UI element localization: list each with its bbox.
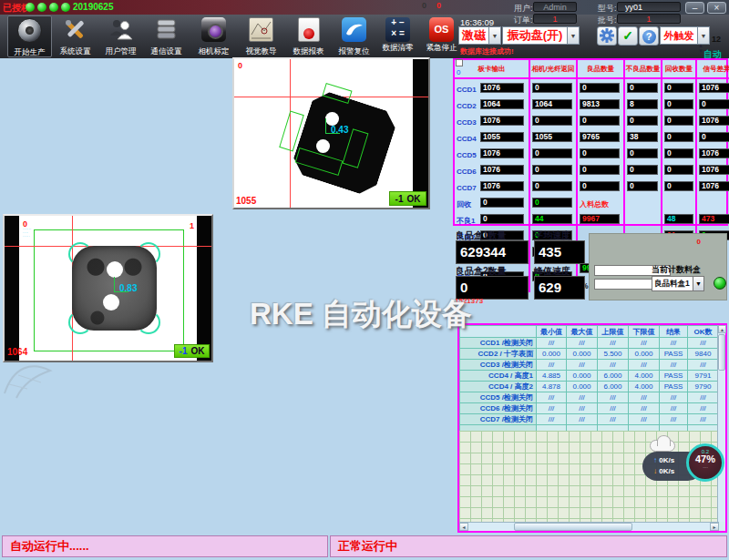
result-cell: 6.000: [598, 382, 629, 392]
table-row: CCD7107600001076: [455, 178, 729, 194]
camera2-black-bar: [197, 216, 211, 361]
scroll-left-icon[interactable]: ◄: [459, 523, 468, 531]
table-row: 不良1044996748473: [455, 210, 729, 227]
result-cell: ///: [660, 414, 688, 425]
current-box-dropdown[interactable]: 良品料盒1 ▼: [652, 276, 704, 291]
stats-cell: 38: [624, 128, 662, 145]
vibration-bowl-dropdown[interactable]: 振动盘(开) ▼: [502, 26, 580, 45]
batch-field[interactable]: 1: [617, 14, 681, 24]
stats-cell: 0: [529, 112, 577, 128]
value-box: 9765: [580, 132, 620, 142]
results-header-row: 最小值 最大值 上限值 下限值 结果 OK数: [460, 326, 719, 338]
row-label: 回收: [457, 199, 480, 209]
value-box: 1064: [480, 99, 524, 109]
column-header: 相机/光纤返回: [529, 60, 577, 78]
status-dot-icon: [26, 3, 35, 12]
confirm-check-button[interactable]: ✓: [618, 26, 638, 46]
value-box: 0: [532, 83, 572, 93]
row-label: CCD4: [457, 135, 480, 143]
usage-gauge[interactable]: 0.2 47% ∙∙∙∙: [686, 443, 724, 482]
result-cell: 5.500: [598, 349, 629, 360]
stats-cell: 44: [529, 210, 577, 227]
contour-line: [68, 311, 92, 334]
result-cell: ///: [629, 360, 660, 371]
stats-cell: 1055: [529, 128, 577, 145]
value-box: 1076: [699, 116, 729, 126]
scrollbar-thumb[interactable]: [718, 334, 725, 371]
toolbar-system-settings[interactable]: 系统设置: [53, 15, 98, 57]
toolbar-alarm-reset[interactable]: 报警复位: [332, 15, 376, 57]
toolbar-vision-teach[interactable]: 视觉教导: [239, 15, 283, 57]
stats-cell: 0: [696, 96, 729, 112]
result-cell: 4.878: [537, 382, 567, 392]
ext-trigger-dropdown[interactable]: 外触发 ▼: [660, 26, 710, 45]
scrollbar-thumb[interactable]: [514, 523, 632, 531]
toolbar-emergency-stop[interactable]: OS 紧急停止: [419, 15, 464, 57]
stats-cell: 0: [577, 161, 624, 178]
result-cell: 0.000: [629, 349, 660, 360]
value-box: 0: [580, 165, 620, 175]
value-box: 1076: [480, 116, 524, 126]
result-cell: ///: [629, 392, 660, 403]
result-cell: ///: [567, 403, 598, 414]
stats-checkbox[interactable]: [456, 59, 463, 66]
value-box: 0: [532, 181, 572, 191]
value-box: 1076: [699, 83, 729, 93]
stats-cell: 入料总数: [577, 194, 624, 210]
result-cell: ///: [537, 360, 567, 371]
result-cell: 0.000: [567, 349, 598, 360]
column-header: OK数: [688, 326, 719, 338]
table-row: CCD1 /检测关闭//////////////////: [460, 338, 719, 349]
column-header: 上限值: [598, 326, 629, 338]
chevron-down-icon[interactable]: ▼: [698, 26, 710, 45]
contour-line: [68, 242, 92, 266]
toolbar-start-production[interactable]: 开始生产: [7, 15, 52, 57]
result-cell: ///: [598, 414, 629, 425]
chevron-down-icon[interactable]: ▼: [693, 276, 704, 291]
value-box: 9813: [580, 99, 620, 109]
toolbar-data-report[interactable]: 数据报表: [286, 15, 331, 57]
stats-cell: 9967: [577, 210, 624, 227]
db-status-message: 数据库连接成功!: [460, 46, 514, 56]
chevron-down-icon[interactable]: ▼: [489, 26, 501, 45]
horizontal-scrollbar[interactable]: ◄ ►: [459, 522, 719, 531]
model-field[interactable]: yy01: [617, 2, 681, 12]
result-cell: ///: [688, 338, 719, 349]
demagnetize-dropdown[interactable]: 激磁 ▼: [458, 26, 501, 45]
user-field[interactable]: Admin: [533, 2, 577, 12]
minimize-button[interactable]: –: [685, 2, 704, 14]
toolbar-camera-calibration[interactable]: 相机标定: [191, 15, 236, 57]
part-hole: [103, 294, 119, 311]
help-button[interactable]: ?: [639, 26, 659, 46]
toolbar-comm-settings[interactable]: 通信设置: [144, 15, 189, 57]
settings-gear-button[interactable]: [597, 26, 617, 46]
row-label: CCD3 /检测关闭: [460, 360, 537, 371]
status-right: 正常运行中: [330, 535, 727, 557]
value-box: 0: [627, 165, 658, 175]
value-box: 0: [580, 83, 620, 93]
scroll-right-icon[interactable]: ►: [710, 523, 719, 531]
result-cell: ///: [629, 414, 660, 425]
infeed-total-label: 入料总数: [580, 200, 609, 209]
stats-cell: 473: [696, 210, 729, 227]
table-row: CCD4 / 高度24.8780.0006.0004.000PASS9790: [460, 382, 719, 392]
stats-cell: 1076: [696, 145, 729, 161]
value-box: 9967: [580, 214, 620, 224]
peak-speed-value: 629: [534, 276, 585, 300]
result-cell: ///: [567, 338, 598, 349]
system-monitor-widget[interactable]: ↑ 0K/s ↓ 0K/s 0.2 47% ∙∙∙∙: [633, 438, 724, 494]
status-dot-icon: [49, 3, 58, 12]
stats-cell: 0: [624, 178, 662, 194]
value-box: 1076: [480, 83, 524, 93]
order-label: 订单:: [514, 15, 533, 26]
status-dot-icon: [61, 3, 70, 12]
order-field[interactable]: 1: [533, 14, 577, 24]
close-button[interactable]: ×: [707, 2, 726, 14]
stats-cell: 1064: [529, 96, 577, 112]
results-table: 最小值 最大值 上限值 下限值 结果 OK数 CCD1 /检测关闭///////…: [459, 325, 719, 445]
stats-cell: 0: [529, 178, 577, 194]
toolbar-clear-data[interactable]: + −× = 数据清零: [375, 15, 420, 57]
scroll-up-icon[interactable]: ▲: [718, 325, 726, 333]
toolbar-user-management[interactable]: 用户管理: [98, 15, 143, 57]
chevron-down-icon[interactable]: ▼: [568, 26, 580, 45]
